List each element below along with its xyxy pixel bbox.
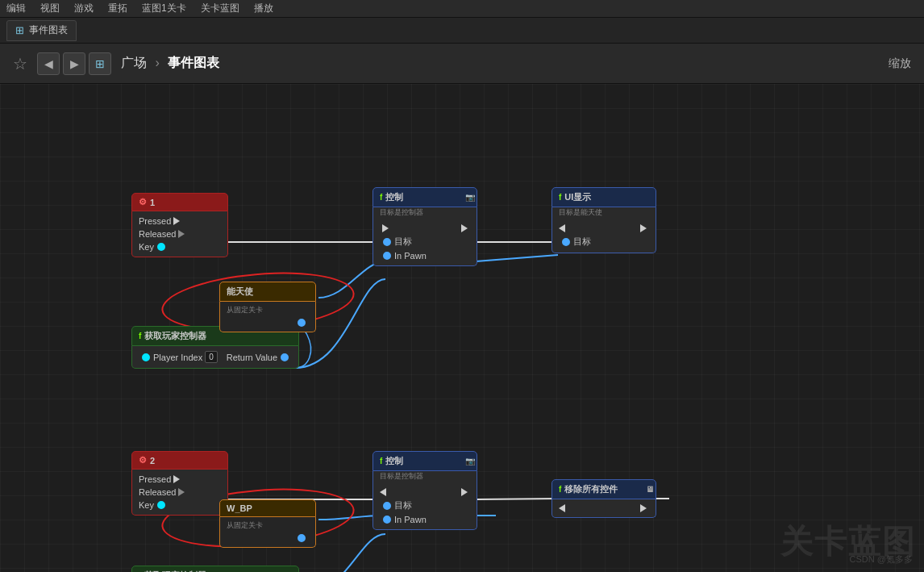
watermark-sub: CSDN @氪多多 [850,553,913,566]
ctrl2-target-label: 目标 [394,499,412,511]
uidisplay-target-pin [562,238,570,246]
ctrl2-inpawn-pin [383,516,391,524]
input1-released-label: Released [139,229,176,239]
wbp-header: W_BP [219,499,316,517]
breadcrumb-location[interactable]: 广场 [121,56,147,69]
ctrl2-exec-row [373,486,477,498]
ctrl2-header: f 控制 📷 [373,451,477,471]
released-exec-pin [178,230,185,238]
input2-released-row: Released [132,486,227,499]
menu-levelbp[interactable]: 关卡蓝图 [201,2,239,15]
ctrl2-target-pin [383,502,391,510]
ctrl2-body: 目标 In Pawn [373,483,477,530]
angel-subtitle: 从固定关卡 [220,305,315,317]
input2-body: Pressed Released Key [131,470,228,516]
ctrl1-body: 目标 In Pawn [373,219,477,266]
menu-blueprint1[interactable]: 蓝图1关卡 [142,2,186,15]
breadcrumb-bar: ☆ ◀ ▶ ⊞ 广场 › 事件图表 缩放 [0,44,924,84]
ctrl1-inpawn-label: In Pawn [394,251,427,261]
getctrl1-index-val[interactable]: 0 [205,351,218,363]
breadcrumb: 广场 › 事件图表 [121,55,219,72]
input1-key-row: Key [132,240,227,253]
removeall-func-icon: f [559,485,561,494]
ctrl1-header: f 控制 📷 [373,187,477,207]
input2-node[interactable]: ⚙ 2 Pressed Released Key [131,451,228,516]
ctrl1-exec-in [382,224,389,232]
removeall-exec-row [552,503,656,514]
ctrl1-camera-icon: 📷 [465,193,475,202]
uidisplay-exec-out [640,224,647,232]
breadcrumb-separator: › [155,56,163,69]
menu-game[interactable]: 游戏 [74,2,94,15]
input2-pressed-row: Pressed [132,473,227,486]
ctrl2-exec-out [461,488,468,496]
tab-event-graph[interactable]: ⊞ 事件图表 [6,20,77,41]
ctrl2-inpawn-label: In Pawn [394,515,427,524]
tab-bar: ⊞ 事件图表 [0,18,924,44]
uidisplay-exec-row [552,223,656,234]
blueprint-canvas[interactable]: ⚙ 1 Pressed Released Key f 获取玩家控制器 [0,84,924,572]
input2-released-label: Released [139,487,176,497]
input1-header: ⚙ 1 [131,193,228,211]
menu-edit[interactable]: 编辑 [6,2,26,15]
removeall-exec-in [559,504,565,512]
input2-key-label: Key [139,500,154,510]
removeall-exec-out [640,504,647,512]
grid-icon: ⊞ [15,24,24,36]
getctrl1-playerindex-label: Player Index [153,353,202,362]
angel-output-row [220,317,315,328]
uidisplay-exec-in [559,224,565,232]
ctrl2-exec-in [380,488,386,496]
ctrl2-camera-icon: 📷 [465,457,475,466]
wbp-title: W_BP [227,503,252,513]
ctrl1-inpawn-pin [383,252,391,260]
getctrl1-func-icon: f [139,332,141,340]
getctrl1-return-label: Return Value [227,353,277,362]
ctrl2-inpawn-row: In Pawn [373,513,477,526]
favorite-icon[interactable]: ☆ [13,54,27,73]
menu-rebuild[interactable]: 重拓 [108,2,127,15]
ctrl1-exec-out [461,224,468,232]
uidisplay-target-row: 目标 [552,234,656,249]
wbp-node[interactable]: W_BP 从固定关卡 [219,499,316,548]
removeall-header: f 移除所有控件 🖥 [551,479,656,499]
menu-view[interactable]: 视图 [40,2,60,15]
svg-line-2 [476,255,558,261]
uidisplay-subtitle: 目标是能天使 [551,207,656,219]
removeall-node[interactable]: f 移除所有控件 🖥 [551,479,656,518]
getctrl2-header: f 获取玩家控制器 [131,566,299,572]
input1-node[interactable]: ⚙ 1 Pressed Released Key [131,193,228,257]
input2-icon: ⚙ [139,455,147,466]
ctrl1-func-icon: f [380,193,382,202]
back-button[interactable]: ◀ [37,52,60,75]
uidisplay-header: f UI显示 [551,187,656,207]
uidisplay-func-icon: f [559,193,561,202]
getctrl1-playerindex-pin [142,353,150,361]
input2-pressed-label: Pressed [139,474,171,484]
ctrl2-node[interactable]: f 控制 📷 目标是控制器 目标 In Pawn [373,451,477,530]
ctrl1-node[interactable]: f 控制 📷 目标是控制器 目标 In Pawn [373,187,477,266]
ctrl1-inpawn-row: In Pawn [373,249,477,262]
ctrl2-target-row: 目标 [373,498,477,513]
svg-line-4 [476,499,558,499]
ctrl1-target-pin-in [383,238,391,246]
angel-node[interactable]: 能天使 从固定关卡 [219,282,316,332]
menu-play[interactable]: 播放 [254,2,273,15]
ctrl1-subtitle: 目标是控制器 [373,207,477,219]
ctrl2-func-icon: f [380,457,382,466]
input2-header: ⚙ 2 [131,451,228,470]
collapse-button[interactable]: 缩放 [889,56,911,71]
key-pin [157,243,165,251]
ctrl2-title: 控制 [385,455,403,467]
getctrl2-node[interactable]: f 获取玩家控制器 Player Index 0 Return Value [131,566,299,572]
uidisplay-target-label: 目标 [573,236,591,248]
uidisplay-node[interactable]: f UI显示 目标是能天使 目标 [551,187,656,253]
ctrl1-exec-row [373,223,477,234]
input1-released-row: Released [132,228,227,240]
input1-icon: ⚙ [139,197,147,207]
input2-pressed-pin [173,475,180,483]
input1-title: 1 [150,198,155,207]
ctrl1-title: 控制 [385,191,403,203]
home-grid-button[interactable]: ⊞ [89,52,111,75]
forward-button[interactable]: ▶ [63,52,85,75]
